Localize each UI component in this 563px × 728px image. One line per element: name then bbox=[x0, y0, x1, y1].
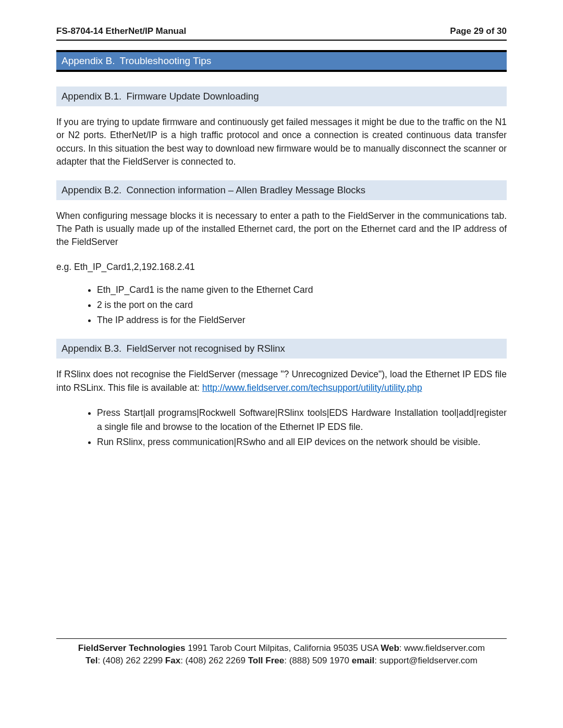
footer-web-label: Web bbox=[381, 643, 399, 653]
footer-tel-label: Tel bbox=[85, 656, 97, 665]
section-b1-paragraph: If you are trying to update firmware and… bbox=[56, 116, 507, 169]
footer-email: : support@fieldserver.com bbox=[374, 656, 478, 665]
list-item: Press Start|all programs|Rockwell Softwa… bbox=[97, 406, 507, 434]
section-b2-heading: Appendix B.2. Connection information – A… bbox=[56, 180, 507, 200]
footer-fax: : (408) 262 2269 bbox=[180, 656, 248, 665]
footer-rule bbox=[56, 638, 507, 639]
header-rule bbox=[56, 40, 507, 41]
section-b2-bullets: Eth_IP_Card1 is the name given to the Et… bbox=[56, 283, 507, 327]
spacer bbox=[56, 461, 507, 638]
list-item: Run RSlinx, press communication|RSwho an… bbox=[97, 435, 507, 449]
section-b1-heading: Appendix B.1. Firmware Update Downloadin… bbox=[56, 87, 507, 106]
footer-tollfree: : (888) 509 1970 bbox=[284, 656, 351, 665]
list-item: 2 is the port on the card bbox=[97, 298, 507, 312]
footer-line-1: FieldServer Technologies 1991 Tarob Cour… bbox=[56, 642, 507, 655]
page-header: FS-8704-14 EtherNet/IP Manual Page 29 of… bbox=[56, 26, 507, 40]
doc-title: FS-8704-14 EtherNet/IP Manual bbox=[56, 26, 186, 36]
section-b2-paragraph-1: When configuring message blocks it is ne… bbox=[56, 209, 507, 249]
footer-web: : www.fieldserver.com bbox=[399, 643, 485, 653]
eds-utility-link[interactable]: http://www.fieldserver.com/techsupport/u… bbox=[202, 382, 422, 393]
page-number: Page 29 of 30 bbox=[450, 26, 507, 36]
page-footer: FieldServer Technologies 1991 Tarob Cour… bbox=[56, 642, 507, 668]
footer-tollfree-label: Toll Free bbox=[248, 656, 285, 665]
footer-address: 1991 Tarob Court Milpitas, California 95… bbox=[185, 643, 381, 653]
page: FS-8704-14 EtherNet/IP Manual Page 29 of… bbox=[0, 0, 563, 688]
section-b3-bullets: Press Start|all programs|Rockwell Softwa… bbox=[56, 406, 507, 449]
footer-email-label: email bbox=[352, 656, 374, 665]
section-b3-heading: Appendix B.3. FieldServer not recognised… bbox=[56, 339, 507, 359]
footer-tel: : (408) 262 2299 bbox=[97, 656, 165, 665]
footer-company: FieldServer Technologies bbox=[78, 643, 186, 653]
footer-line-2: Tel: (408) 262 2299 Fax: (408) 262 2269 … bbox=[56, 655, 507, 668]
section-b3-paragraph: If RSlinx does not recognise the FieldSe… bbox=[56, 368, 507, 394]
appendix-b-title: Appendix B. Troubleshooting Tips bbox=[56, 50, 507, 72]
list-item: The IP address is for the FieldServer bbox=[97, 313, 507, 327]
footer-fax-label: Fax bbox=[165, 656, 180, 665]
section-b2-example: e.g. Eth_IP_Card1,2,192.168.2.41 bbox=[56, 261, 507, 274]
list-item: Eth_IP_Card1 is the name given to the Et… bbox=[97, 283, 507, 297]
